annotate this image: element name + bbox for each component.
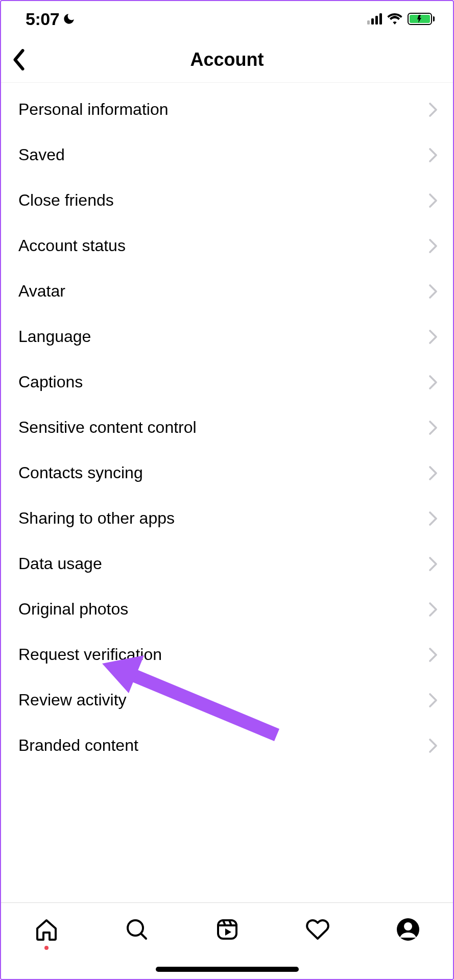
chevron-right-icon — [428, 238, 438, 254]
menu-item-sharing-to-other-apps[interactable]: Sharing to other apps — [1, 496, 453, 541]
chevron-right-icon — [428, 511, 438, 526]
menu-item-label: Language — [18, 327, 91, 346]
menu-item-label: Review activity — [18, 691, 127, 709]
chevron-right-icon — [428, 738, 438, 753]
menu-item-label: Account status — [18, 236, 126, 255]
status-time: 5:07 — [26, 9, 59, 29]
status-bar: 5:07 — [1, 1, 453, 37]
svg-point-11 — [404, 922, 412, 930]
page-header: Account — [1, 37, 453, 83]
home-indicator[interactable] — [156, 967, 299, 972]
menu-item-branded-content[interactable]: Branded content — [1, 723, 453, 768]
menu-item-contacts-syncing[interactable]: Contacts syncing — [1, 450, 453, 496]
wifi-icon — [387, 13, 402, 24]
tab-reels[interactable] — [215, 917, 240, 942]
chevron-right-icon — [428, 693, 438, 708]
chevron-right-icon — [428, 193, 438, 208]
menu-item-saved[interactable]: Saved — [1, 132, 453, 178]
svg-marker-9 — [225, 928, 231, 936]
reels-icon — [215, 917, 240, 942]
menu-item-label: Branded content — [18, 736, 138, 755]
chevron-right-icon — [428, 375, 438, 390]
chevron-right-icon — [428, 465, 438, 481]
cellular-signal-icon — [367, 13, 382, 24]
notification-dot-icon — [44, 946, 49, 950]
heart-icon — [305, 917, 330, 942]
menu-item-label: Sharing to other apps — [18, 509, 175, 528]
tab-search[interactable] — [125, 917, 149, 942]
menu-item-account-status[interactable]: Account status — [1, 223, 453, 268]
menu-item-original-photos[interactable]: Original photos — [1, 586, 453, 632]
menu-item-label: Original photos — [18, 600, 128, 619]
menu-item-review-activity[interactable]: Review activity — [1, 677, 453, 723]
menu-item-label: Saved — [18, 145, 65, 164]
menu-item-label: Close friends — [18, 191, 114, 210]
tab-profile[interactable] — [396, 917, 420, 942]
menu-item-label: Avatar — [18, 282, 65, 301]
chevron-right-icon — [428, 556, 438, 572]
menu-item-sensitive-content-control[interactable]: Sensitive content control — [1, 405, 453, 450]
home-icon — [34, 917, 59, 942]
page-title: Account — [1, 49, 453, 70]
chevron-right-icon — [428, 329, 438, 345]
chevron-right-icon — [428, 602, 438, 617]
chevron-right-icon — [428, 420, 438, 435]
menu-item-label: Contacts syncing — [18, 463, 143, 482]
menu-item-language[interactable]: Language — [1, 314, 453, 359]
search-icon — [125, 917, 149, 942]
chevron-right-icon — [428, 647, 438, 663]
menu-item-label: Request verification — [18, 645, 162, 664]
tab-home[interactable] — [34, 917, 59, 942]
battery-charging-icon — [408, 13, 435, 25]
do-not-disturb-moon-icon — [62, 12, 76, 26]
svg-line-4 — [141, 934, 146, 939]
menu-item-label: Data usage — [18, 554, 102, 573]
menu-item-close-friends[interactable]: Close friends — [1, 178, 453, 223]
svg-rect-5 — [218, 920, 236, 939]
chevron-left-icon — [11, 49, 27, 70]
menu-item-captions[interactable]: Captions — [1, 359, 453, 405]
account-menu-list: Personal information Saved Close friends… — [1, 83, 453, 768]
menu-item-personal-information[interactable]: Personal information — [1, 87, 453, 132]
chevron-right-icon — [428, 284, 438, 299]
back-button[interactable] — [6, 44, 32, 76]
chevron-right-icon — [428, 102, 438, 117]
status-left: 5:07 — [26, 9, 76, 29]
tab-activity[interactable] — [305, 917, 330, 942]
menu-item-avatar[interactable]: Avatar — [1, 268, 453, 314]
menu-item-request-verification[interactable]: Request verification — [1, 632, 453, 677]
menu-item-label: Sensitive content control — [18, 418, 197, 437]
menu-item-label: Captions — [18, 373, 83, 391]
chevron-right-icon — [428, 148, 438, 163]
status-right — [367, 13, 435, 25]
profile-icon — [396, 917, 420, 942]
menu-item-data-usage[interactable]: Data usage — [1, 541, 453, 586]
menu-item-label: Personal information — [18, 100, 168, 119]
